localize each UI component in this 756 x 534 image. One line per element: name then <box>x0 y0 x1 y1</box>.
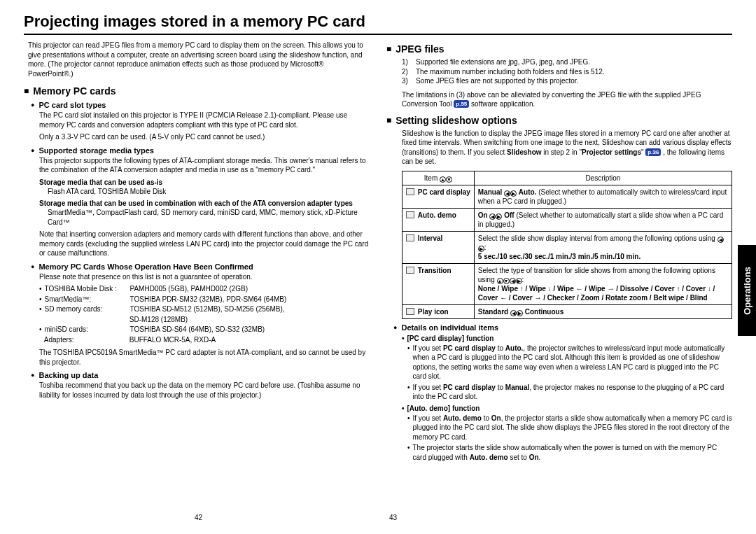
section-slideshow: Setting slideshow options <box>386 115 732 126</box>
detail-item: •If you set Auto. demo to On, the projec… <box>407 414 732 442</box>
table-row: Transition Select the type of transition… <box>402 263 732 304</box>
storage-combo-title: Storage media that can be used in combin… <box>39 199 370 208</box>
detail-pc-head: [PC card display] function <box>402 335 732 342</box>
confirmed-note: The TOSHIBA IPC5019A SmartMedia™ PC card… <box>39 348 370 367</box>
side-tab-operations: Operations <box>738 245 756 336</box>
storage-note: Note that inserting conversion adapters … <box>39 230 370 258</box>
confirmed-row: •SmartMedia™:TOSHIBA PDR-SM32 (32MB), PD… <box>39 295 370 305</box>
left-column: This projector can read JPEG files from … <box>24 41 370 462</box>
table-row: Interval Select the slide show display i… <box>402 231 732 263</box>
detail-item: •If you set PC card display to Manual, t… <box>407 383 732 402</box>
interval-icon <box>406 234 414 241</box>
detail-item: •If you set PC card display to Auto., th… <box>407 344 732 381</box>
right-column: JPEG files 1)Supported file extensions a… <box>386 41 732 462</box>
jpeg-post-note: The limitations in (3) above can be alle… <box>402 90 732 109</box>
intro-paragraph: This projector can read JPEG files from … <box>24 41 370 78</box>
confirmed-row: Adapters:BUFFALO MCR-5A, RXD-A <box>39 335 370 346</box>
subhead-slot-types: PC card slot types <box>31 101 370 109</box>
slideshow-intro: Slideshow is the function to display the… <box>402 129 732 167</box>
page-ref-icon: p.36 <box>645 148 661 156</box>
table-row: Auto. demo On ◀▶ Off (Select whether to … <box>402 208 732 231</box>
subhead-details: Details on individual items <box>393 323 732 332</box>
page-number-right: 43 <box>389 514 397 521</box>
page-ref-icon: p.55 <box>454 100 469 108</box>
subhead-backup: Backing up data <box>31 371 370 379</box>
slot-body: The PC card slot installed on this proje… <box>39 111 370 129</box>
up-arrow-icon: ▲ <box>440 176 446 183</box>
page-title: Projecting images stored in a memory PC … <box>24 13 732 35</box>
settings-table: Item ▲▼ Description PC card display Manu… <box>402 171 732 319</box>
confirmed-row: •miniSD cards:TOSHIBA SD-S64 (64MB), SD-… <box>39 325 370 335</box>
jpeg-list: 1)Supported file extensions are jpg, JPG… <box>402 57 732 86</box>
section-memory-pc-cards: Memory PC cards <box>24 85 370 97</box>
confirmed-row: •SD memory cards:TOSHIBA SD-M512 (512MB)… <box>39 304 370 315</box>
auto-demo-icon <box>406 211 414 218</box>
backup-body: Toshiba recommend that you back up the d… <box>39 381 370 400</box>
confirmed-row: •TOSHIBA Mobile Disk :PAMHD005 (5GB), PA… <box>39 284 370 295</box>
down-arrow-icon: ▼ <box>446 176 452 183</box>
subhead-storage-types: Supported storage media types <box>31 146 370 155</box>
storage-asis-body: Flash ATA card, TOSHIBA Mobile Disk <box>48 187 370 197</box>
play-icon-icon <box>406 308 414 315</box>
storage-combo-body: SmartMedia™, CompactFlash card, SD memor… <box>48 208 370 227</box>
table-row: PC card display Manual ◀▶ Auto. (Select … <box>402 185 732 208</box>
detail-auto-head: [Auto. demo] function <box>402 405 732 412</box>
section-jpeg-files: JPEG files <box>386 43 732 55</box>
subhead-confirmed: Memory PC Cards Whose Operation Have Bee… <box>31 262 370 271</box>
table-row: Play icon Standard ◀▶ Continuous <box>402 304 732 318</box>
transition-icon <box>406 267 414 274</box>
slot-note: Only a 3.3-V PC card can be used. (A 5-V… <box>39 132 370 142</box>
storage-asis-title: Storage media that can be used as-is <box>39 178 370 187</box>
page-number-left: 42 <box>195 514 202 521</box>
storage-body: This projector supports the following ty… <box>39 156 370 175</box>
detail-item: •The projector starts the slide show aut… <box>407 443 732 462</box>
confirmed-intro: Please note that presence on this list i… <box>39 272 370 282</box>
pc-card-icon <box>406 188 414 195</box>
confirmed-row: SD-M128 (128MB) <box>39 315 370 325</box>
